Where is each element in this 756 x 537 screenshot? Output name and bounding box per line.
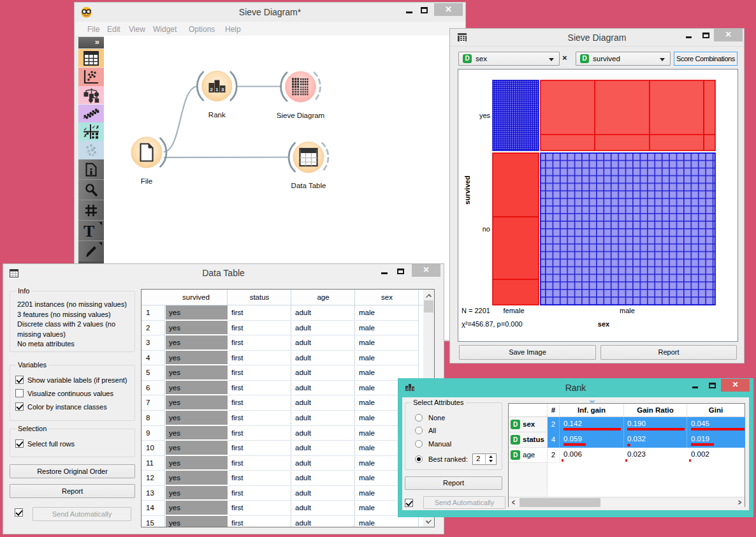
svg-text:✓: ✓ (92, 125, 96, 129)
svg-text:N = 2201: N = 2201 (462, 307, 490, 314)
svg-text:survived: survived (463, 175, 471, 204)
svg-text:✓: ✓ (84, 127, 87, 131)
svg-text:Rank: Rank (208, 111, 226, 119)
svg-text:female: female (503, 307, 524, 314)
svg-text:yes: yes (479, 112, 491, 119)
svg-text:male: male (620, 307, 635, 314)
svg-text:Data Table: Data Table (291, 182, 326, 189)
svg-text:1: 1 (215, 87, 219, 92)
svg-text:no: no (483, 225, 490, 233)
svg-text:2: 2 (210, 87, 214, 92)
svg-text:sex: sex (598, 320, 610, 328)
svg-text:File: File (141, 177, 153, 185)
svg-text:✗: ✗ (96, 125, 99, 129)
svg-text:Sieve Diagram: Sieve Diagram (277, 112, 324, 119)
svg-text:χ²=456.87, p=0.000: χ²=456.87, p=0.000 (462, 320, 523, 328)
svg-text:3: 3 (221, 87, 224, 92)
